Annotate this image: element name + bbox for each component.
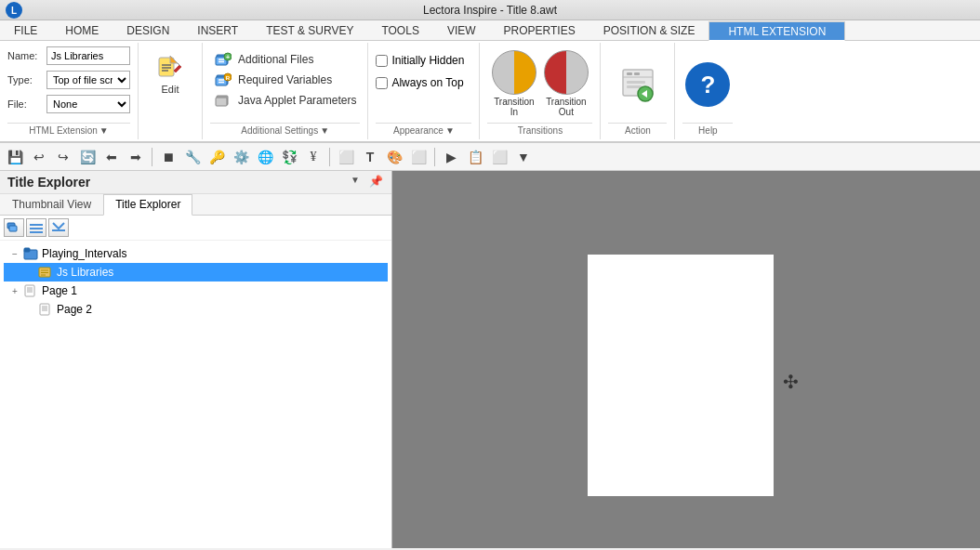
tree-item-root[interactable]: − Playing_Intervals	[4, 244, 388, 263]
additional-files-icon: +	[214, 52, 232, 67]
type-label: Type:	[7, 74, 43, 85]
initially-hidden-row: Initially Hidden	[376, 54, 471, 67]
action-group: Action	[601, 43, 675, 139]
tab-title-explorer[interactable]: Title Explorer	[103, 194, 192, 216]
svg-marker-1	[170, 56, 178, 63]
tree-item-page1[interactable]: + Page 1	[4, 282, 388, 300]
transition-out-button[interactable]: TransitionOut	[544, 50, 589, 117]
tab-thumbnail[interactable]: Thumbnail View	[0, 194, 103, 215]
tab-test-survey[interactable]: TEST & SURVEY	[252, 20, 367, 40]
initially-hidden-checkbox[interactable]	[376, 55, 388, 67]
tree-item-page2[interactable]: Page 2	[4, 300, 388, 319]
transitions-group: TransitionIn TransitionOut Transitions	[480, 43, 601, 139]
toolbar-text[interactable]: T	[359, 146, 381, 168]
ribbon-tabs: FILE HOME DESIGN INSERT TEST & SURVEY TO…	[0, 20, 980, 41]
additional-expand[interactable]: ▼	[320, 125, 329, 136]
toolbar-currency[interactable]: 💱	[278, 146, 300, 168]
help-button[interactable]: ?	[685, 62, 730, 107]
tab-insert[interactable]: INSERT	[183, 20, 252, 40]
edit-label: Edit	[162, 84, 179, 95]
svg-text:R: R	[226, 75, 231, 81]
toolbar-sep-2	[329, 148, 330, 166]
icon-root	[22, 246, 39, 261]
toolbar-color[interactable]: 🎨	[383, 146, 405, 168]
toolbar-back[interactable]: ⬅	[100, 146, 123, 168]
title-bar-text: Lectora Inspire - Title 8.awt	[423, 4, 557, 17]
transition-in-button[interactable]: TransitionIn	[492, 50, 536, 117]
toolbar-redo[interactable]: ↪	[52, 146, 74, 168]
always-on-top-row: Always on Top	[376, 76, 471, 89]
toolbar-play[interactable]: ▶	[440, 146, 462, 168]
toolbar-clip[interactable]: 📋	[464, 146, 486, 168]
toolbar-tools[interactable]: 🔧	[181, 146, 204, 168]
svg-rect-38	[24, 248, 30, 252]
svg-rect-43	[25, 285, 34, 296]
panel-pin-btn[interactable]: 📌	[369, 175, 384, 190]
toolbar-key[interactable]: 🔑	[205, 146, 228, 168]
toolbar-undo[interactable]: ↩	[28, 146, 50, 168]
additional-files-item[interactable]: + Additional Files	[210, 50, 360, 69]
name-row: Name:	[7, 46, 130, 65]
always-on-top-checkbox[interactable]	[376, 77, 388, 89]
toolbar-dropdown[interactable]: ▼	[512, 146, 535, 168]
tab-properties[interactable]: PROPERTIES	[490, 20, 589, 40]
tree-label-root: Playing_Intervals	[42, 247, 126, 260]
html-ext-expand[interactable]: ▼	[99, 125, 109, 136]
tab-tools[interactable]: TOOLS	[367, 20, 432, 40]
toolbar-refresh[interactable]: 🔄	[76, 146, 99, 168]
java-applet-item[interactable]: Java Applet Parameters	[210, 91, 360, 110]
svg-rect-36	[52, 229, 65, 231]
file-select[interactable]: None	[46, 95, 130, 113]
tab-file[interactable]: FILE	[0, 20, 51, 40]
tree-item-jslib[interactable]: Js Libraries	[4, 263, 388, 282]
help-label: Help	[682, 123, 733, 136]
toolbar-web[interactable]: 🌐	[254, 146, 276, 168]
required-variables-icon: R	[214, 72, 232, 87]
expand-root[interactable]: −	[7, 246, 22, 261]
toolbar-stop[interactable]: ⏹	[157, 146, 179, 168]
java-applet-icon	[214, 93, 232, 108]
transition-in-label: TransitionIn	[494, 97, 535, 117]
svg-rect-26	[634, 72, 640, 75]
svg-rect-25	[627, 72, 632, 75]
toolbar-forward[interactable]: ➡	[125, 146, 147, 168]
transition-in-icon	[492, 50, 536, 95]
name-input[interactable]	[46, 46, 130, 65]
exp-btn-2[interactable]	[26, 218, 46, 237]
transitions-label: Transitions	[487, 123, 592, 136]
panel-collapse-btn[interactable]: ▼	[351, 175, 365, 190]
edit-button[interactable]: Edit	[146, 46, 194, 98]
panel-header: Title Explorer ▼ 📌	[0, 171, 391, 194]
main-toolbar: 💾 ↩ ↪ 🔄 ⬅ ➡ ⏹ 🔧 🔑 ⚙️ 🌐 💱 ¥ ⬜ T 🎨 ⬜ ▶ 📋 ⬜…	[0, 143, 980, 171]
toolbar-rect[interactable]: ⬜	[407, 146, 430, 168]
tab-home[interactable]: HOME	[51, 20, 113, 40]
app-logo: L	[6, 2, 22, 19]
toolbar-save[interactable]: 💾	[4, 146, 26, 168]
tab-design[interactable]: DESIGN	[113, 20, 183, 40]
transition-out-label: TransitionOut	[546, 97, 587, 117]
type-select[interactable]: Top of file scripting Bottom of file scr…	[46, 71, 130, 89]
appearance-expand[interactable]: ▼	[445, 125, 455, 136]
toolbar-gear[interactable]: ⚙️	[230, 146, 252, 168]
tab-html-extension[interactable]: HTML EXTENSION	[709, 21, 845, 41]
html-extension-group: Name: Type: Top of file scripting Bottom…	[0, 43, 139, 139]
tab-view[interactable]: VIEW	[433, 20, 490, 40]
canvas-page	[588, 255, 774, 496]
type-row: Type: Top of file scripting Bottom of fi…	[7, 71, 130, 89]
icon-jslib	[37, 265, 54, 280]
svg-rect-32	[9, 226, 17, 231]
ribbon: Name: Type: Top of file scripting Bottom…	[0, 41, 980, 143]
toolbar-yen[interactable]: ¥	[302, 146, 324, 168]
exp-btn-1[interactable]	[4, 218, 24, 237]
tab-position-size[interactable]: POSITION & SIZE	[589, 20, 709, 40]
always-on-top-label: Always on Top	[391, 76, 463, 89]
java-applet-label: Java Applet Parameters	[238, 94, 356, 107]
toolbar-blank[interactable]: ⬜	[488, 146, 510, 168]
exp-btn-3[interactable]	[48, 218, 69, 237]
expand-page1[interactable]: +	[7, 283, 22, 298]
required-variables-item[interactable]: R Required Variables	[210, 71, 360, 89]
action-button[interactable]	[616, 62, 660, 107]
canvas-area[interactable]: ✣	[392, 171, 980, 548]
toolbar-box[interactable]: ⬜	[335, 146, 357, 168]
expand-page2	[22, 302, 37, 317]
